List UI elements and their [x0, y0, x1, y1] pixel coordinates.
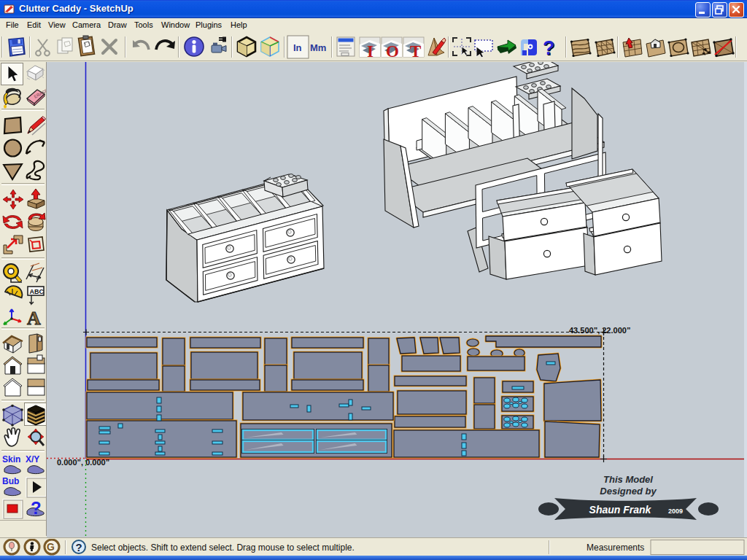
svg-text:ABC: ABC	[30, 288, 44, 295]
svg-text:Shaun Frank: Shaun Frank	[589, 504, 652, 516]
svg-text:In: In	[293, 42, 302, 53]
svg-text:2009: 2009	[668, 508, 683, 515]
svg-text:Skin: Skin	[2, 454, 20, 464]
svg-text:I: I	[367, 42, 374, 61]
svg-text:X/Y: X/Y	[26, 454, 39, 464]
svg-text:0.000”, 0.000”: 0.000”, 0.000”	[57, 458, 109, 467]
svg-text:T: T	[410, 42, 421, 61]
svg-text:?: ?	[31, 498, 42, 518]
svg-text:?: ?	[76, 541, 82, 553]
svg-text:Designed by: Designed by	[600, 486, 657, 497]
svg-text:O: O	[386, 42, 399, 61]
svg-text:Measurements: Measurements	[587, 542, 644, 553]
svg-text:A: A	[27, 308, 41, 329]
svg-text:G: G	[47, 541, 55, 553]
svg-text:This Model: This Model	[603, 474, 653, 485]
svg-text:43.500”, 22.000”: 43.500”, 22.000”	[569, 326, 630, 335]
svg-text:Select objects. Shift to exten: Select objects. Shift to extend select. …	[91, 542, 355, 553]
svg-text:Bub: Bub	[2, 476, 19, 486]
svg-text:Mm: Mm	[310, 42, 326, 53]
svg-text:?: ?	[543, 37, 555, 59]
